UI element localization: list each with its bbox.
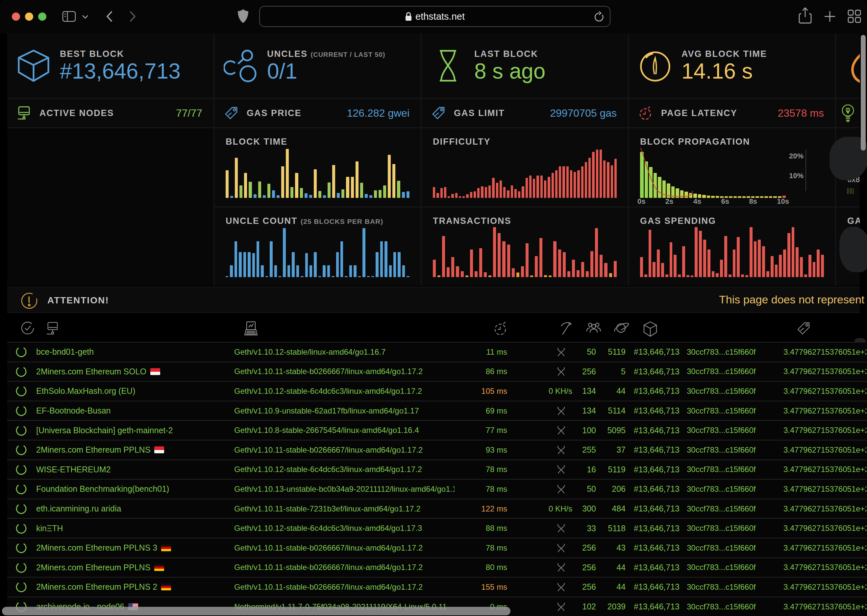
world-map-fragment xyxy=(839,227,867,272)
gas_spending-bar xyxy=(821,255,824,277)
gas_spending-bar xyxy=(809,255,812,277)
share-icon[interactable] xyxy=(799,7,812,24)
node-latency: 78 ms xyxy=(461,460,507,479)
table-row[interactable]: 2Miners.com Ethereum PPLNS 3Geth/v1.10.1… xyxy=(7,538,867,558)
best-block-label: BEST BLOCK xyxy=(60,49,181,59)
chevron-down-icon[interactable] xyxy=(82,14,89,19)
table-row[interactable]: [Universa Blockchain] geth-mainnet-2Geth… xyxy=(7,420,867,440)
node-client-version: Geth/v1.10.9-unstable-62ad17fb/linux-amd… xyxy=(234,401,455,420)
transactions-bar xyxy=(521,266,524,277)
block-time-chart-title: BLOCK TIME xyxy=(226,137,288,147)
block_propagation-bar xyxy=(649,167,653,198)
table-row[interactable]: 2Miners.com Ethereum PPLNSGeth/v1.10.11-… xyxy=(7,558,867,577)
gas_spending-bar xyxy=(737,237,740,277)
block_time-bar xyxy=(244,173,247,198)
node-status-ring-icon xyxy=(15,401,30,420)
node-block-number: #13,646,713 xyxy=(634,382,686,401)
gas_spending-bar xyxy=(750,227,752,277)
block_time-bar xyxy=(286,149,289,198)
gas_spending-bar xyxy=(720,260,723,277)
node-name: WISE-ETHEREUM2 xyxy=(36,460,233,479)
reload-icon[interactable] xyxy=(593,11,604,23)
avg-block-time-label: AVG BLOCK TIME xyxy=(681,49,767,59)
gas-price-value: 126.282 gwei xyxy=(347,107,409,119)
node-name: 2Miners.com Ethereum PPLNS 2 xyxy=(36,578,233,597)
forward-icon[interactable] xyxy=(127,10,137,23)
node-monitor-icon[interactable] xyxy=(46,321,60,336)
node-client-version: Geth/v1.10.11-stable-b0266667/linux-amd6… xyxy=(234,558,455,577)
block_time-bar xyxy=(295,173,298,198)
peers-group-icon[interactable] xyxy=(585,321,602,335)
node-peers: 50 xyxy=(574,343,596,361)
table-row[interactable]: EthSolo.MaxHash.org (EU)Geth/v1.10.12-st… xyxy=(7,381,867,401)
table-row[interactable]: eth.icanmining.ru aridiaGeth/v1.10.11-st… xyxy=(7,499,867,519)
table-row[interactable]: 2Miners.com Ethereum PPLNS 2Geth/v1.10.1… xyxy=(7,577,867,597)
table-row[interactable]: WISE-ETHEREUM2Geth/v1.10.12-stable-6c4dc… xyxy=(7,460,867,479)
close-window-button[interactable] xyxy=(12,13,20,21)
gas_spending-bar xyxy=(779,255,782,277)
node-block-hash: 30ccf783...c15f660f xyxy=(687,479,779,499)
table-row[interactable]: bce-bnd01-gethGeth/v1.10.12-stable/linux… xyxy=(7,342,867,361)
pending-saturn-icon[interactable] xyxy=(612,321,629,335)
sidebar-icon[interactable] xyxy=(62,10,76,23)
gas_spending-bar xyxy=(804,275,807,277)
latency-stopwatch-icon[interactable] xyxy=(493,321,508,336)
table-row[interactable]: Foundation Benchmarking(bench01)Geth/v1.… xyxy=(7,479,867,499)
difficulty-bar xyxy=(585,162,587,198)
difficulty-bar xyxy=(463,196,465,198)
node-total-difficulty: 3.477962715376051e+22 xyxy=(784,460,866,479)
minimize-window-button[interactable] xyxy=(25,13,33,21)
node-status-ring-icon xyxy=(15,382,30,401)
difficulty-bar xyxy=(492,178,494,198)
attention-bar: ATTENTION! This page does not represent … xyxy=(7,287,860,313)
transactions-bar xyxy=(442,236,445,277)
gas-limit-label: GAS LIMIT xyxy=(454,108,505,118)
table-row[interactable]: kinΞTHGeth/v1.10.12-stable-6c4dc6c3/linu… xyxy=(7,518,867,538)
transactions-bar xyxy=(470,250,473,277)
difficulty-bar xyxy=(488,185,491,198)
difficulty-bar xyxy=(548,177,550,198)
node-name: [Universa Blockchain] geth-mainnet-2 xyxy=(36,421,233,440)
transactions-bar xyxy=(488,275,491,277)
mining-pickaxe-icon[interactable] xyxy=(559,321,574,336)
gas_spending-bar xyxy=(817,250,820,277)
table-row[interactable]: 2Miners.com Ethereum PPLNSGeth/v1.10.11-… xyxy=(7,440,867,460)
propagation-axis-line xyxy=(806,150,806,191)
attention-label: ATTENTION! xyxy=(47,295,109,306)
gas_spending-bar xyxy=(762,246,765,277)
table-row[interactable]: 2Miners.com Ethereum SOLOGeth/v1.10.11-s… xyxy=(7,361,867,381)
transactions-bar xyxy=(526,243,529,277)
uncle_count-bar xyxy=(305,253,308,277)
transactions-bar xyxy=(600,255,603,277)
uncle_count-bar xyxy=(402,265,405,277)
node-pending: 5114 xyxy=(600,401,626,420)
status-check-icon[interactable] xyxy=(20,321,35,335)
gas_spending-bar xyxy=(673,255,677,277)
uncles-label: UNCLES (CURRENT / LAST 50) xyxy=(267,49,385,59)
transactions-bar xyxy=(535,256,538,277)
block_time-bar xyxy=(360,183,363,198)
horizontal-scrollbar[interactable] xyxy=(2,607,510,615)
tab-overview-icon[interactable] xyxy=(847,9,862,24)
difficulty-tag-icon[interactable] xyxy=(796,321,811,336)
client-laptop-icon[interactable] xyxy=(243,321,258,336)
uncle_count-bar xyxy=(301,276,303,277)
url-bar[interactable]: ethstats.net xyxy=(259,6,611,27)
node-block-number: #13,646,713 xyxy=(634,421,686,440)
last-block-value: 8 s ago xyxy=(474,60,546,83)
node-block-number: #13,646,713 xyxy=(634,538,686,558)
uncles-icon xyxy=(214,49,267,83)
block_propagation-bar xyxy=(640,152,644,198)
table-row[interactable]: EF-Bootnode-BusanGeth/v1.10.9-unstable-6… xyxy=(7,401,867,420)
block_time-bar xyxy=(346,177,349,198)
node-pending: 43 xyxy=(600,538,626,558)
block-cube-icon[interactable] xyxy=(643,321,658,337)
new-tab-icon[interactable] xyxy=(823,10,836,23)
back-icon[interactable] xyxy=(105,10,115,23)
shield-icon[interactable] xyxy=(238,9,249,24)
block_propagation-bar xyxy=(658,177,661,198)
exclamation-circle-icon xyxy=(20,292,38,310)
transactions-bar xyxy=(447,267,450,277)
zoom-window-button[interactable] xyxy=(38,13,46,21)
vertical-scrollbar[interactable] xyxy=(861,35,866,151)
